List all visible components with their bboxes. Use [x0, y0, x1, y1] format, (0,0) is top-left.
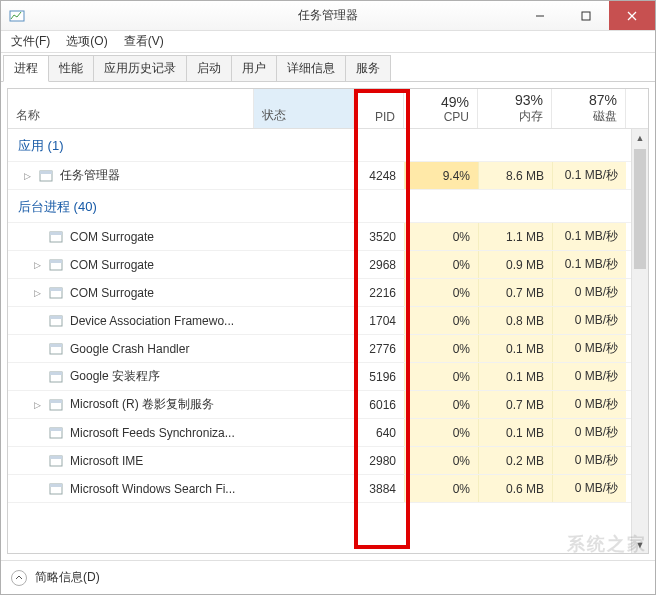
cell-name: Google Crash Handler	[8, 335, 254, 362]
fewer-details-button[interactable]	[11, 570, 27, 586]
cell-disk: 0 MB/秒	[552, 447, 626, 474]
scrollbar[interactable]: ▲ ▼	[631, 129, 648, 553]
table-row[interactable]: Google 安装程序51960%0.1 MB0 MB/秒	[8, 363, 648, 391]
col-name[interactable]: 名称	[8, 89, 254, 128]
expand-icon[interactable]: ▷	[32, 400, 42, 410]
cell-pid: 3884	[354, 475, 404, 502]
cell-name: Google 安装程序	[8, 363, 254, 390]
expand-icon[interactable]: ▷	[22, 171, 32, 181]
scroll-down-icon[interactable]: ▼	[632, 536, 648, 553]
cell-pid: 5196	[354, 363, 404, 390]
minimize-button[interactable]	[517, 1, 563, 30]
tab-startup[interactable]: 启动	[186, 55, 232, 81]
table-row[interactable]: Microsoft Windows Search Fi...38840%0.6 …	[8, 475, 648, 503]
expand-icon[interactable]: ▷	[32, 288, 42, 298]
cell-disk: 0 MB/秒	[552, 475, 626, 502]
svg-rect-24	[50, 456, 62, 459]
cell-name: ▷COM Surrogate	[8, 279, 254, 306]
table-row[interactable]: ▷Microsoft (R) 卷影复制服务60160%0.7 MB0 MB/秒	[8, 391, 648, 419]
cell-pid: 2216	[354, 279, 404, 306]
maximize-button[interactable]	[563, 1, 609, 30]
process-name: COM Surrogate	[70, 258, 154, 272]
process-icon	[48, 341, 64, 357]
col-status-label: 状态	[262, 107, 345, 124]
process-icon	[48, 229, 64, 245]
fewer-details-label[interactable]: 简略信息(D)	[35, 569, 100, 586]
col-status[interactable]: 状态	[254, 89, 354, 128]
process-name: Microsoft IME	[70, 454, 143, 468]
col-mem[interactable]: 93%内存	[478, 89, 552, 128]
table-row[interactable]: Google Crash Handler27760%0.1 MB0 MB/秒	[8, 335, 648, 363]
table-row[interactable]: Device Association Framewo...17040%0.8 M…	[8, 307, 648, 335]
cell-status	[254, 335, 354, 362]
svg-rect-8	[50, 232, 62, 235]
cell-cpu: 0%	[404, 419, 478, 446]
tab-services[interactable]: 服务	[345, 55, 391, 81]
cell-status	[254, 391, 354, 418]
cell-cpu: 0%	[404, 279, 478, 306]
cell-disk: 0 MB/秒	[552, 419, 626, 446]
col-pid[interactable]: PID	[354, 89, 404, 128]
process-icon	[48, 313, 64, 329]
table-row[interactable]: Microsoft IME29800%0.2 MB0 MB/秒	[8, 447, 648, 475]
tab-app-history[interactable]: 应用历史记录	[93, 55, 187, 81]
cell-disk: 0 MB/秒	[552, 335, 626, 362]
chevron-up-icon	[14, 573, 24, 583]
cell-cpu: 0%	[404, 335, 478, 362]
svg-rect-2	[582, 12, 590, 20]
process-icon	[38, 168, 54, 184]
cell-disk: 0 MB/秒	[552, 279, 626, 306]
cell-pid: 2980	[354, 447, 404, 474]
process-name: Google 安装程序	[70, 368, 160, 385]
cell-name: Microsoft IME	[8, 447, 254, 474]
cell-cpu: 0%	[404, 251, 478, 278]
table-row[interactable]: COM Surrogate35200%1.1 MB0.1 MB/秒	[8, 223, 648, 251]
table-row[interactable]: ▷任务管理器42489.4%8.6 MB0.1 MB/秒	[8, 162, 648, 190]
table-body[interactable]: 应用 (1)▷任务管理器42489.4%8.6 MB0.1 MB/秒后台进程 (…	[8, 129, 648, 553]
cell-name: Microsoft Windows Search Fi...	[8, 475, 254, 502]
menu-file[interactable]: 文件(F)	[5, 31, 56, 52]
svg-rect-10	[50, 260, 62, 263]
cell-disk: 0.1 MB/秒	[552, 162, 626, 189]
scrollbar-thumb[interactable]	[634, 149, 646, 269]
cell-cpu: 0%	[404, 391, 478, 418]
menubar: 文件(F) 选项(O) 查看(V)	[1, 31, 655, 53]
expand-icon[interactable]: ▷	[32, 260, 42, 270]
svg-rect-12	[50, 288, 62, 291]
cell-mem: 0.8 MB	[478, 307, 552, 334]
process-name: Microsoft Feeds Synchroniza...	[70, 426, 235, 440]
col-disk[interactable]: 87%磁盘	[552, 89, 626, 128]
cell-pid: 6016	[354, 391, 404, 418]
svg-rect-14	[50, 316, 62, 319]
cell-pid: 2968	[354, 251, 404, 278]
cell-mem: 0.2 MB	[478, 447, 552, 474]
cell-mem: 1.1 MB	[478, 223, 552, 250]
process-icon	[48, 397, 64, 413]
table-row[interactable]: Microsoft Feeds Synchroniza...6400%0.1 M…	[8, 419, 648, 447]
cell-status	[254, 475, 354, 502]
tab-processes[interactable]: 进程	[3, 55, 49, 82]
process-icon	[48, 257, 64, 273]
col-cpu[interactable]: 49%CPU	[404, 89, 478, 128]
table-row[interactable]: ▷COM Surrogate29680%0.9 MB0.1 MB/秒	[8, 251, 648, 279]
table-row[interactable]: ▷COM Surrogate22160%0.7 MB0 MB/秒	[8, 279, 648, 307]
tab-users[interactable]: 用户	[231, 55, 277, 81]
cpu-label: CPU	[444, 110, 469, 124]
cell-pid: 3520	[354, 223, 404, 250]
cell-status	[254, 279, 354, 306]
cell-mem: 8.6 MB	[478, 162, 552, 189]
tab-details[interactable]: 详细信息	[276, 55, 346, 81]
app-icon	[9, 8, 25, 24]
menu-view[interactable]: 查看(V)	[118, 31, 170, 52]
scroll-up-icon[interactable]: ▲	[632, 129, 648, 146]
cell-status	[254, 419, 354, 446]
cell-disk: 0 MB/秒	[552, 307, 626, 334]
svg-rect-22	[50, 428, 62, 431]
tab-performance[interactable]: 性能	[48, 55, 94, 81]
close-button[interactable]	[609, 1, 655, 30]
cell-cpu: 0%	[404, 475, 478, 502]
titlebar[interactable]: 任务管理器	[1, 1, 655, 31]
cell-name: Microsoft Feeds Synchroniza...	[8, 419, 254, 446]
menu-options[interactable]: 选项(O)	[60, 31, 113, 52]
process-icon	[48, 369, 64, 385]
